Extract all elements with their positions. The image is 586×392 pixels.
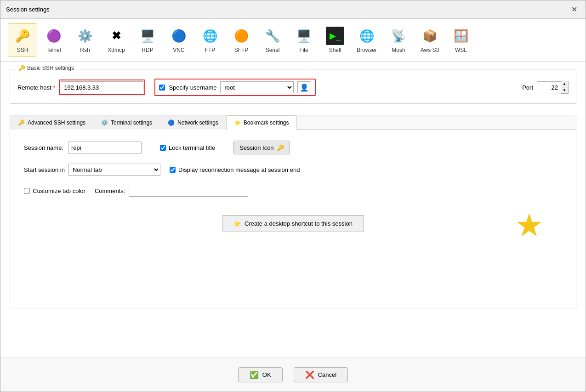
specify-username-label[interactable]: Specify username	[169, 84, 216, 91]
sftp-label: SFTP	[234, 47, 249, 53]
tab-bookmark-label: Bookmark settings	[244, 119, 289, 126]
protocol-bar: 🔑SSH🟣Telnet⚙️Rsh✖Xdmcp🖥️RDP🔵VNC🌐FTP🟠SFTP…	[0, 19, 586, 62]
tab-network[interactable]: 🔵Network settings	[160, 115, 226, 130]
protocol-item-file[interactable]: 🖥️File	[289, 23, 319, 57]
tab-bookmark[interactable]: ⭐Bookmark settings	[226, 115, 297, 130]
vnc-label: VNC	[173, 47, 184, 53]
protocol-item-sftp[interactable]: 🟠SFTP	[227, 23, 256, 57]
tab-bookmark-icon: ⭐	[234, 119, 241, 126]
lock-terminal-label[interactable]: Lock terminal title	[169, 144, 215, 151]
protocol-item-ftp[interactable]: 🌐FTP	[195, 23, 225, 57]
ftp-label: FTP	[205, 47, 216, 53]
display-reconnection-checkbox[interactable]	[170, 167, 176, 173]
port-spinner: ▲ ▼	[537, 81, 569, 94]
telnet-label: Telnet	[46, 47, 61, 53]
file-label: File	[299, 47, 308, 53]
protocol-item-xdmcp[interactable]: ✖Xdmcp	[102, 23, 131, 57]
start-session-label: Start session in	[24, 166, 65, 173]
basic-settings-section: 🔑 Basic SSH settings Remote host *	[10, 69, 576, 104]
username-select[interactable]: root	[220, 81, 294, 93]
port-label: Port	[522, 84, 533, 91]
awss3-label: Aws S3	[421, 47, 439, 53]
session-name-group: Session name:	[24, 142, 142, 153]
vnc-icon: 🔵	[170, 27, 188, 45]
browser-label: Browser	[357, 47, 377, 53]
tab-network-label: Network settings	[177, 119, 218, 126]
protocol-item-serial[interactable]: 🔧Serial	[258, 23, 287, 57]
lock-terminal-group: Lock terminal title	[160, 144, 215, 151]
port-input[interactable]	[537, 81, 561, 93]
sftp-icon: 🟠	[232, 27, 250, 45]
remote-host-highlighted	[59, 80, 145, 95]
username-group: Specify username root 👤	[154, 79, 316, 96]
mosh-icon: 📡	[389, 27, 408, 45]
comments-label: Comments:	[95, 187, 125, 194]
protocol-item-browser[interactable]: 🌐Browser	[352, 23, 382, 57]
wsl-icon: 🪟	[452, 27, 470, 45]
protocol-item-vnc[interactable]: 🔵VNC	[164, 23, 193, 57]
wsl-label: WSL	[455, 47, 467, 53]
port-up-arrow[interactable]: ▲	[561, 81, 568, 87]
footer: ✅ OK ❌ Cancel	[0, 358, 586, 392]
required-marker: *	[53, 84, 55, 91]
shell-icon: ▶_	[326, 27, 344, 45]
tab-advanced[interactable]: 🔑Advanced SSH settings	[10, 115, 93, 130]
ftp-icon: 🌐	[201, 27, 219, 45]
session-settings-dialog: Session settings ✕ 🔑SSH🟣Telnet⚙️Rsh✖Xdmc…	[0, 0, 586, 392]
port-down-arrow[interactable]: ▼	[561, 87, 568, 93]
telnet-icon: 🟣	[45, 27, 63, 45]
serial-label: Serial	[266, 47, 280, 53]
protocol-item-shell[interactable]: ▶_Shell	[320, 23, 350, 57]
tab-content-bookmark: Session name: Lock terminal title Sessio…	[10, 130, 576, 308]
ok-button[interactable]: ✅ OK	[238, 367, 283, 382]
display-reconnection-label[interactable]: Display reconnection message at session …	[178, 166, 300, 173]
shortcut-btn-label: Create a desktop shortcut to this sessio…	[245, 220, 353, 227]
lock-terminal-checkbox[interactable]	[160, 145, 166, 151]
customize-tab-label[interactable]: Customize tab color	[33, 187, 85, 194]
file-icon: 🖥️	[295, 27, 313, 45]
main-content: 🔑 Basic SSH settings Remote host *	[0, 62, 586, 358]
specify-username-checkbox[interactable]	[159, 85, 165, 91]
tab-terminal-icon: ⚙️	[101, 119, 108, 126]
remote-host-input[interactable]	[61, 81, 143, 93]
cancel-button[interactable]: ❌ Cancel	[294, 367, 348, 382]
create-shortcut-button[interactable]: ⭐ Create a desktop shortcut to this sess…	[222, 215, 364, 232]
rdp-label: RDP	[142, 47, 153, 53]
port-arrows: ▲ ▼	[561, 81, 569, 94]
close-button[interactable]: ✕	[569, 4, 580, 15]
comments-input[interactable]	[129, 185, 248, 197]
protocol-item-rsh[interactable]: ⚙️Rsh	[70, 23, 100, 57]
form-row-3: Customize tab color Comments:	[24, 185, 562, 197]
session-name-input[interactable]	[68, 142, 142, 153]
browser-icon: 🌐	[358, 27, 376, 45]
title-bar: Session settings ✕	[0, 0, 586, 19]
protocol-item-mosh[interactable]: 📡Mosh	[384, 23, 413, 57]
rdp-icon: 🖥️	[138, 27, 157, 45]
large-star-icon: ★	[515, 209, 544, 241]
session-icon-button[interactable]: Session Icon 🔑	[233, 141, 290, 154]
ssh-icon: 🔑	[13, 27, 32, 45]
tab-network-icon: 🔵	[168, 119, 175, 126]
start-session-select[interactable]: Normal tab Floating window Full screen	[68, 164, 160, 176]
customize-tab-checkbox[interactable]	[24, 188, 30, 194]
protocol-item-ssh[interactable]: 🔑SSH	[8, 23, 37, 57]
xdmcp-label: Xdmcp	[108, 47, 125, 53]
ssh-label: SSH	[17, 47, 28, 53]
serial-icon: 🔧	[263, 27, 282, 45]
settings-icon: 🔑	[18, 65, 25, 71]
protocol-item-wsl[interactable]: 🪟WSL	[446, 23, 476, 57]
user-icon-button[interactable]: 👤	[297, 81, 311, 93]
protocol-item-awss3[interactable]: 📦Aws S3	[415, 23, 444, 57]
bookmark-content-area: Session name: Lock terminal title Sessio…	[24, 141, 562, 297]
port-group: Port ▲ ▼	[522, 81, 569, 94]
shell-label: Shell	[329, 47, 341, 53]
shortcut-star-icon: ⭐	[233, 220, 241, 227]
comments-group: Comments:	[95, 185, 248, 197]
tab-terminal[interactable]: ⚙️Terminal settings	[93, 115, 160, 130]
session-icon-symbol: 🔑	[277, 144, 284, 151]
tab-advanced-icon: 🔑	[18, 119, 25, 126]
tab-terminal-label: Terminal settings	[111, 119, 152, 126]
cancel-icon: ❌	[305, 370, 314, 379]
protocol-item-rdp[interactable]: 🖥️RDP	[133, 23, 162, 57]
protocol-item-telnet[interactable]: 🟣Telnet	[39, 23, 68, 57]
